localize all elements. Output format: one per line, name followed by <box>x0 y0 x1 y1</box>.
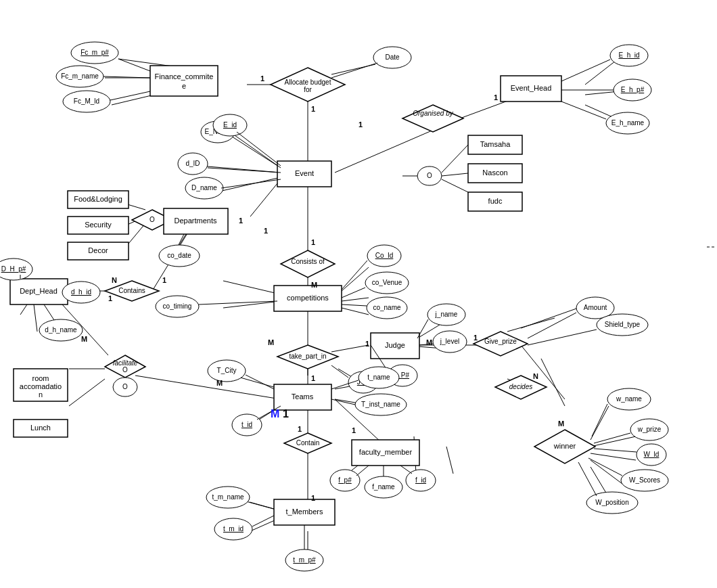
winner-text: winner <box>553 442 576 450</box>
1-teams: 1 <box>283 408 289 420</box>
svg-line-100 <box>400 466 412 474</box>
dept-head-text: Dept_Head <box>20 287 57 295</box>
svg-line-37 <box>541 359 565 406</box>
svg-line-103 <box>592 404 607 436</box>
card-1-organised: 1 <box>358 120 363 129</box>
svg-line-96 <box>252 516 274 526</box>
card-1-event-head: 1 <box>494 93 498 101</box>
decides-label: decides <box>509 383 532 390</box>
svg-line-81 <box>221 179 281 188</box>
svg-line-109 <box>44 304 54 320</box>
er-diagram: Allocate budget for Organised by O Consi… <box>0 0 717 588</box>
svg-line-73 <box>110 91 150 100</box>
e-h-id-text: E_h_id <box>618 51 639 59</box>
svg-line-102 <box>528 330 597 345</box>
w-id-text: W_ld <box>644 451 660 458</box>
shield-type-text: Shield_type <box>605 321 641 328</box>
svg-line-36 <box>521 308 578 328</box>
card-1-dept2: 1 <box>239 217 243 225</box>
svg-line-71 <box>118 59 150 71</box>
fc-m-id-text: Fc_M_ld <box>74 97 99 105</box>
t-inst-name-text: T_inst_name <box>361 401 400 408</box>
consists-of-label: Consists of <box>291 258 325 265</box>
card-m-facilitate: M <box>81 335 87 343</box>
o-text: O <box>427 172 432 179</box>
svg-line-24 <box>342 308 369 315</box>
t-id-text: t_id <box>241 421 252 428</box>
date-text: Date <box>385 53 400 61</box>
dept-o-label: O <box>149 216 155 223</box>
card-1-t-members: 1 <box>311 494 315 502</box>
contains-label: Contains <box>118 287 145 294</box>
f-p-text: f_p# <box>338 476 352 484</box>
svg-line-98 <box>356 466 369 476</box>
j-level-text: j_level <box>440 338 459 345</box>
amount-text: Amount <box>584 304 607 311</box>
nascon-text: Nascon <box>482 168 507 177</box>
card-n-decides: N <box>533 372 538 380</box>
t-members-text: t_Members <box>285 507 323 516</box>
finance-committee-entity <box>150 66 218 96</box>
svg-line-11 <box>230 135 281 168</box>
facilitate-o-text: O <box>122 383 128 390</box>
svg-line-79 <box>208 168 281 173</box>
decor-text: Decor <box>88 246 108 254</box>
card-1-event: 1 <box>311 105 315 113</box>
svg-line-80 <box>237 132 281 166</box>
fc-m-name-text: Fc_m_name <box>61 72 99 80</box>
d-h-name-text: d_h_name <box>45 326 77 334</box>
d-id-text: d_ID <box>185 160 200 167</box>
t-name-text: t_name <box>367 374 390 381</box>
teams-text: Teams <box>292 392 314 401</box>
d-name-text: D_name <box>191 184 217 191</box>
give-prize-label: Give_prize <box>484 338 517 345</box>
finance-committee-text: Finance_commite <box>155 72 214 81</box>
co-date-text: co_date <box>167 252 191 259</box>
svg-line-95 <box>250 502 274 509</box>
card-1-take-judge: 1 <box>365 340 369 348</box>
svg-line-25 <box>223 281 281 294</box>
allocate-budget-label2: for <box>304 86 312 93</box>
svg-line-74 <box>331 63 377 78</box>
event-text: Event <box>295 169 314 177</box>
svg-line-29 <box>331 345 369 352</box>
svg-line-14 <box>250 179 281 217</box>
svg-line-101 <box>528 313 576 338</box>
card-1-consists: 1 <box>311 238 315 246</box>
take-part-in-label: take_part_in <box>289 353 326 360</box>
card-m-judge: M <box>426 338 432 346</box>
svg-line-60 <box>34 304 37 332</box>
room-accom-text3: n <box>39 390 43 399</box>
svg-line-77 <box>561 101 606 119</box>
e-h-p-text: E_h_p# <box>621 86 645 93</box>
svg-line-65 <box>69 379 105 406</box>
security-text: Security <box>85 221 112 229</box>
co-name-text: co_name <box>373 304 401 311</box>
facilitate-o-label: O <box>122 366 128 374</box>
w-prize-text: w_prize <box>637 426 662 433</box>
svg-line-13 <box>213 177 281 193</box>
card-1-finance: 1 <box>260 74 264 83</box>
organised-by-label: Organised by <box>413 110 453 117</box>
allocate-budget-label: Allocate budget <box>285 78 331 86</box>
e-id-text: E_id <box>223 121 237 129</box>
card-1-take-teams: 1 <box>311 374 315 382</box>
w-name-text: w_name <box>616 395 642 403</box>
card-1-contains: 1 <box>162 276 166 284</box>
food-lodging-text: Food&Lodging <box>74 195 122 203</box>
t-m-name-text: t_m_name <box>212 493 244 501</box>
w-position-text: W_position <box>595 499 628 506</box>
svg-line-87 <box>417 319 428 338</box>
room-accom-text: room <box>32 374 49 382</box>
departments-text: Departments <box>175 217 217 225</box>
contain-label: Contain <box>296 439 319 447</box>
svg-line-78 <box>235 135 281 168</box>
d-h-p-text: D_H_p# <box>1 265 26 273</box>
j-name-text: j_name <box>435 311 458 318</box>
card-1-contain: 1 <box>298 425 302 433</box>
finance-committee-text2: e <box>182 82 186 90</box>
svg-line-107 <box>578 462 597 496</box>
svg-line-68 <box>442 145 468 173</box>
competitions-text: competitions <box>287 294 329 302</box>
fudc-text: fudc <box>488 197 503 205</box>
